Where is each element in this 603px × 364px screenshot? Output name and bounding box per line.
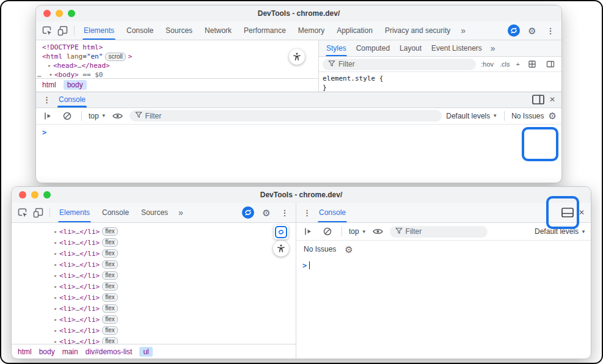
flex-badge[interactable]: flex xyxy=(102,238,118,247)
close-drawer-icon[interactable]: ✕ xyxy=(548,95,557,104)
expand-arrow-icon[interactable]: ▸ xyxy=(52,316,59,322)
console-settings-gear-icon[interactable]: ⚙ xyxy=(345,245,353,254)
tab-console[interactable]: Console xyxy=(97,203,134,222)
pseudo-state-toggle[interactable]: :hov xyxy=(480,60,495,68)
dom-node-li[interactable]: ▸ <li> … </li> flex xyxy=(52,270,296,281)
expand-arrow-icon[interactable]: ▸ xyxy=(52,305,59,311)
log-levels-dropdown[interactable]: Default levels▼ xyxy=(535,227,586,236)
more-sidebar-tabs-icon[interactable]: » xyxy=(487,43,499,53)
panel-menu-icon[interactable]: ⋮ xyxy=(301,208,313,217)
tab-console[interactable]: Console xyxy=(121,21,159,40)
drawer-menu-icon[interactable]: ⋮ xyxy=(41,95,53,104)
console-filter-input[interactable]: Filter xyxy=(130,110,442,122)
close-panel-icon[interactable]: ✕ xyxy=(577,208,586,217)
breadcrumb-item-ul[interactable]: ul xyxy=(139,347,152,357)
close-window-button[interactable] xyxy=(19,191,26,198)
tab-application[interactable]: Application xyxy=(331,21,378,40)
dom-tree[interactable]: ▸ <li> … </li> flex ▸ <li> … </li> flex … xyxy=(12,223,296,344)
sync-promo-icon[interactable] xyxy=(506,23,521,38)
flex-badge[interactable]: flex xyxy=(102,337,118,344)
expand-arrow-icon[interactable]: ▸ xyxy=(52,250,59,257)
expand-arrow-icon[interactable]: ▸ xyxy=(52,261,59,268)
more-options-icon[interactable]: ⋮ xyxy=(277,205,292,220)
css-rules-list[interactable]: element.style { } theme.css:18 body { fo… xyxy=(319,72,561,92)
close-window-button[interactable] xyxy=(43,10,51,17)
drawer-tab-console[interactable]: Console xyxy=(55,92,89,107)
settings-gear-icon[interactable]: ⚙ xyxy=(525,23,539,38)
minimize-window-button[interactable] xyxy=(56,10,63,17)
dom-node-li[interactable]: ▸ <li> … </li> flex xyxy=(52,303,296,314)
breadcrumb-item-main[interactable]: main xyxy=(62,348,78,356)
live-expression-eye-icon[interactable] xyxy=(111,109,125,123)
zoom-window-button[interactable] xyxy=(43,191,51,198)
expand-arrow-icon[interactable]: ▸ xyxy=(52,338,59,344)
dom-tree[interactable]: <!DOCTYPE html> <html lang="en" scroll >… xyxy=(36,40,318,78)
context-selector[interactable]: top▼ xyxy=(349,227,367,236)
tab-privacy-and-security[interactable]: Privacy and security xyxy=(379,21,456,40)
dom-node-html[interactable]: <html lang="en" scroll > xyxy=(36,52,318,61)
dock-to-bottom-icon[interactable] xyxy=(560,205,575,220)
accessibility-icon[interactable] xyxy=(273,241,289,257)
expand-arrow-icon[interactable]: ▸ xyxy=(52,294,59,300)
tab-elements[interactable]: Elements xyxy=(78,21,120,40)
panel-tab-console[interactable]: Console xyxy=(315,203,349,222)
more-options-icon[interactable]: ⋮ xyxy=(543,23,558,38)
flex-badge[interactable]: flex xyxy=(102,260,118,269)
console-filter-input[interactable]: Filter xyxy=(390,226,488,238)
device-toolbar-icon[interactable] xyxy=(31,205,46,220)
dom-node-doctype[interactable]: <!DOCTYPE html> xyxy=(36,43,318,52)
live-expression-eye-icon[interactable] xyxy=(371,224,386,239)
flex-badge[interactable]: flex xyxy=(102,304,118,313)
inspect-element-icon[interactable] xyxy=(40,23,54,38)
element-class-toggle[interactable]: .cls xyxy=(499,60,511,68)
new-style-rule-icon[interactable]: + xyxy=(515,60,521,68)
issues-counter[interactable]: No Issues xyxy=(304,245,336,253)
sync-promo-icon[interactable] xyxy=(241,205,255,220)
collapse-arrow-icon[interactable]: ▾ xyxy=(47,70,54,78)
dock-to-right-icon[interactable] xyxy=(531,92,546,107)
settings-gear-icon[interactable]: ⚙ xyxy=(259,205,274,220)
styles-filter-input[interactable]: Filter xyxy=(323,59,476,70)
tab-styles[interactable]: Styles xyxy=(321,40,351,56)
tab-sources[interactable]: Sources xyxy=(160,21,198,40)
accessibility-icon[interactable] xyxy=(289,49,305,65)
flex-badge[interactable]: flex xyxy=(102,293,118,302)
expand-arrow-icon[interactable]: ▸ xyxy=(52,327,59,333)
console-prompt[interactable]: > xyxy=(36,125,561,183)
context-selector[interactable]: top▼ xyxy=(89,112,106,120)
grid-overlay-icon[interactable] xyxy=(525,57,539,71)
dom-node-body[interactable]: …▾<body> == $0 xyxy=(36,70,318,78)
tab-event-listeners[interactable]: Event Listeners xyxy=(426,40,487,56)
flex-badge[interactable]: flex xyxy=(102,271,118,280)
breadcrumb-item-demos-list[interactable]: div#demos-list xyxy=(86,348,133,356)
console-settings-gear-icon[interactable]: ⚙ xyxy=(549,111,557,120)
dom-node-li[interactable]: ▸ <li> … </li> flex xyxy=(52,325,296,336)
console-sidebar-icon[interactable] xyxy=(41,109,56,123)
css-rule-element-style[interactable]: element.style { } xyxy=(319,72,561,92)
computed-sidebar-icon[interactable] xyxy=(543,57,558,71)
dom-node-head[interactable]: ▸<head>…</head> xyxy=(36,61,318,70)
expand-arrow-icon[interactable]: ▸ xyxy=(46,61,53,70)
scroll-badge[interactable]: scroll xyxy=(105,53,125,61)
dom-node-li[interactable]: ▸ <li> … </li> flex xyxy=(52,336,296,344)
device-toolbar-icon[interactable] xyxy=(56,23,70,38)
issues-counter[interactable]: No Issues xyxy=(511,112,544,120)
expand-arrow-icon[interactable]: ▸ xyxy=(52,283,59,289)
breadcrumb-item-body[interactable]: body xyxy=(64,80,87,90)
node-menu-dots[interactable]: … xyxy=(37,70,47,78)
expand-arrow-icon[interactable]: ▸ xyxy=(52,239,59,246)
tab-elements[interactable]: Elements xyxy=(54,203,95,222)
flex-badge[interactable]: flex xyxy=(102,315,118,324)
more-tabs-icon[interactable]: » xyxy=(175,208,187,217)
tab-sources[interactable]: Sources xyxy=(136,203,174,222)
tab-computed[interactable]: Computed xyxy=(351,40,395,56)
log-levels-dropdown[interactable]: Default levels▼ xyxy=(446,112,497,120)
more-tabs-icon[interactable]: » xyxy=(457,26,469,35)
breadcrumb-item-body[interactable]: body xyxy=(39,348,55,356)
clear-console-icon[interactable] xyxy=(60,109,75,123)
clear-console-icon[interactable] xyxy=(320,224,335,239)
dom-node-li[interactable]: ▸ <li> … </li> flex xyxy=(52,281,296,292)
dom-node-li[interactable]: ▸ <li> … </li> flex xyxy=(52,248,296,259)
flex-badge[interactable]: flex xyxy=(102,249,118,258)
tab-performance[interactable]: Performance xyxy=(238,21,291,40)
